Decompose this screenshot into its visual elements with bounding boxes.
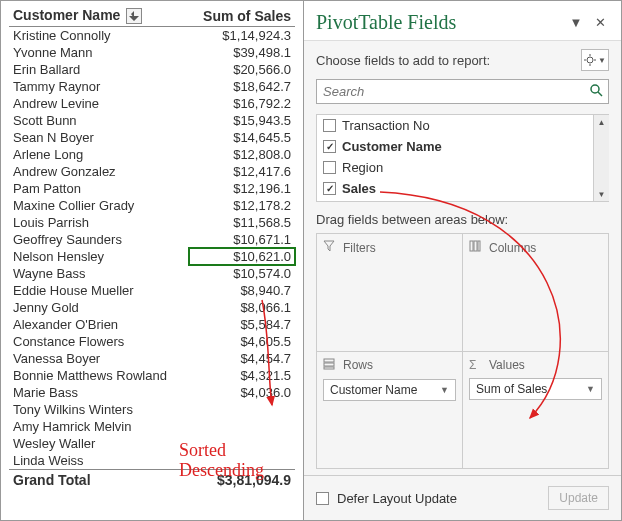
table-row: Constance Flowers$4,605.5 xyxy=(9,333,295,350)
field-item[interactable]: ✓Sales xyxy=(317,178,609,199)
scroll-up-icon[interactable]: ▲ xyxy=(594,115,609,129)
sales-value-cell[interactable]: $4,605.5 xyxy=(189,333,295,350)
customer-name-cell[interactable]: Pam Patton xyxy=(9,180,189,197)
field-item[interactable]: ✓Customer Name xyxy=(317,136,609,157)
sales-value-cell[interactable]: $11,568.5 xyxy=(189,214,295,231)
chevron-down-icon: ▼ xyxy=(586,384,595,394)
customer-name-cell[interactable]: Kristine Connolly xyxy=(9,27,189,45)
customer-name-cell[interactable]: Tammy Raynor xyxy=(9,78,189,95)
svg-rect-7 xyxy=(470,241,473,251)
sales-value-cell[interactable] xyxy=(189,435,295,452)
rows-pill[interactable]: Customer Name▼ xyxy=(323,379,456,401)
sales-value-cell[interactable]: $18,642.7 xyxy=(189,78,295,95)
filter-icon xyxy=(323,240,337,255)
sales-value-cell[interactable]: $1,14,924.3 xyxy=(189,27,295,45)
customer-name-cell[interactable]: Sean N Boyer xyxy=(9,129,189,146)
sales-value-cell[interactable]: $12,178.2 xyxy=(189,197,295,214)
table-row: Wayne Bass$10,574.0 xyxy=(9,265,295,282)
panel-title: PivotTable Fields xyxy=(316,11,561,34)
table-row: Nelson Hensley$10,621.0 xyxy=(9,248,295,265)
pivottable-fields-panel: PivotTable Fields ▼ ✕ Choose fields to a… xyxy=(303,1,621,520)
sales-value-cell[interactable]: $8,066.1 xyxy=(189,299,295,316)
customer-name-cell[interactable]: Vanessa Boyer xyxy=(9,350,189,367)
field-checkbox[interactable]: ✓ xyxy=(323,182,336,195)
table-row: Geoffrey Saunders$10,671.1 xyxy=(9,231,295,248)
sigma-icon: Σ xyxy=(469,358,483,372)
customer-name-cell[interactable]: Maxine Collier Grady xyxy=(9,197,189,214)
sales-value-cell[interactable] xyxy=(189,452,295,470)
sales-value-cell[interactable]: $4,036.0 xyxy=(189,384,295,401)
table-row: Eddie House Mueller$8,940.7 xyxy=(9,282,295,299)
svg-point-0 xyxy=(587,57,593,63)
customer-name-cell[interactable]: Eddie House Mueller xyxy=(9,282,189,299)
sales-value-cell[interactable]: $39,498.1 xyxy=(189,44,295,61)
field-checkbox[interactable]: ✓ xyxy=(323,140,336,153)
sales-value-cell[interactable]: $8,940.7 xyxy=(189,282,295,299)
scroll-down-icon[interactable]: ▼ xyxy=(594,187,609,201)
columns-area[interactable]: Columns xyxy=(463,234,608,351)
customer-name-cell[interactable]: Constance Flowers xyxy=(9,333,189,350)
customer-name-cell[interactable]: Bonnie Matthews Rowland xyxy=(9,367,189,384)
field-checkbox[interactable] xyxy=(323,119,336,132)
sales-value-cell[interactable]: $12,196.1 xyxy=(189,180,295,197)
column-header-sales[interactable]: Sum of Sales xyxy=(189,5,295,27)
customer-name-cell[interactable]: Arlene Long xyxy=(9,146,189,163)
chevron-down-icon: ▼ xyxy=(440,385,449,395)
panel-dropdown-icon[interactable]: ▼ xyxy=(567,14,585,32)
sales-value-cell[interactable]: $14,645.5 xyxy=(189,129,295,146)
pivot-table: Customer Name Sum of Sales Kristine Conn… xyxy=(9,5,295,489)
sales-value-cell[interactable]: $20,566.0 xyxy=(189,61,295,78)
table-row: Kristine Connolly$1,14,924.3 xyxy=(9,27,295,45)
field-checkbox[interactable] xyxy=(323,161,336,174)
customer-name-cell[interactable]: Linda Weiss xyxy=(9,452,189,470)
sales-value-cell[interactable]: $4,454.7 xyxy=(189,350,295,367)
customer-name-cell[interactable]: Jenny Gold xyxy=(9,299,189,316)
field-label: Transaction No xyxy=(342,118,430,133)
values-area[interactable]: ΣValues Sum of Sales▼ xyxy=(463,352,608,469)
table-row: Andrew Gonzalez$12,417.6 xyxy=(9,163,295,180)
customer-name-cell[interactable]: Andrew Gonzalez xyxy=(9,163,189,180)
field-label: Sales xyxy=(342,181,376,196)
rows-area[interactable]: Rows Customer Name▼ xyxy=(317,352,462,469)
update-button[interactable]: Update xyxy=(548,486,609,510)
sales-value-cell[interactable] xyxy=(189,401,295,418)
defer-checkbox[interactable] xyxy=(316,492,329,505)
customer-name-cell[interactable]: Tony Wilkins Winters xyxy=(9,401,189,418)
customer-name-cell[interactable]: Geoffrey Saunders xyxy=(9,231,189,248)
sales-value-cell[interactable]: $10,574.0 xyxy=(189,265,295,282)
sales-value-cell[interactable] xyxy=(189,418,295,435)
customer-name-cell[interactable]: Marie Bass xyxy=(9,384,189,401)
customer-name-cell[interactable]: Scott Bunn xyxy=(9,112,189,129)
rows-icon xyxy=(323,358,337,373)
customer-name-cell[interactable]: Wesley Waller xyxy=(9,435,189,452)
scrollbar[interactable]: ▲ ▼ xyxy=(593,115,609,201)
customer-name-cell[interactable]: Wayne Bass xyxy=(9,265,189,282)
column-header-name[interactable]: Customer Name xyxy=(9,5,189,27)
filters-area[interactable]: Filters xyxy=(317,234,462,351)
field-item[interactable]: Transaction No xyxy=(317,115,609,136)
field-item[interactable]: Region xyxy=(317,157,609,178)
search-input[interactable] xyxy=(316,79,609,104)
table-row: Louis Parrish$11,568.5 xyxy=(9,214,295,231)
table-row: Marie Bass$4,036.0 xyxy=(9,384,295,401)
sales-value-cell[interactable]: $10,671.1 xyxy=(189,231,295,248)
sort-dropdown-icon[interactable] xyxy=(126,8,142,24)
sales-value-cell[interactable]: $5,584.7 xyxy=(189,316,295,333)
customer-name-cell[interactable]: Erin Ballard xyxy=(9,61,189,78)
sales-value-cell[interactable]: $12,808.0 xyxy=(189,146,295,163)
sales-value-cell[interactable]: $4,321.5 xyxy=(189,367,295,384)
field-label: Customer Name xyxy=(342,139,442,154)
customer-name-cell[interactable]: Louis Parrish xyxy=(9,214,189,231)
customer-name-cell[interactable]: Nelson Hensley xyxy=(9,248,189,265)
customer-name-cell[interactable]: Alexander O'Brien xyxy=(9,316,189,333)
customer-name-cell[interactable]: Amy Hamrick Melvin xyxy=(9,418,189,435)
sales-value-cell[interactable]: $12,417.6 xyxy=(189,163,295,180)
customer-name-cell[interactable]: Andrew Levine xyxy=(9,95,189,112)
sales-value-cell[interactable]: $15,943.5 xyxy=(189,112,295,129)
sales-value-cell[interactable]: $10,621.0 xyxy=(189,248,295,265)
values-pill[interactable]: Sum of Sales▼ xyxy=(469,378,602,400)
customer-name-cell[interactable]: Yvonne Mann xyxy=(9,44,189,61)
gear-icon[interactable]: ▼ xyxy=(581,49,609,71)
sales-value-cell[interactable]: $16,792.2 xyxy=(189,95,295,112)
close-icon[interactable]: ✕ xyxy=(591,14,609,32)
